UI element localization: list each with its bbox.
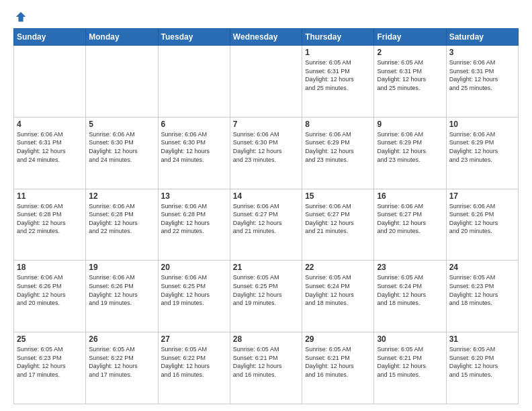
- day-info: Sunrise: 6:06 AM Sunset: 6:29 PM Dayligh…: [377, 130, 443, 164]
- day-info: Sunrise: 6:06 AM Sunset: 6:29 PM Dayligh…: [449, 130, 515, 164]
- day-info: Sunrise: 6:05 AM Sunset: 6:22 PM Dayligh…: [161, 345, 227, 379]
- day-info: Sunrise: 6:05 AM Sunset: 6:31 PM Dayligh…: [377, 58, 443, 92]
- logo: [13, 11, 27, 23]
- day-info: Sunrise: 6:06 AM Sunset: 6:29 PM Dayligh…: [305, 130, 371, 164]
- logo-icon: [15, 11, 27, 23]
- day-info: Sunrise: 6:06 AM Sunset: 6:26 PM Dayligh…: [449, 202, 515, 236]
- week-row-3: 11Sunrise: 6:06 AM Sunset: 6:28 PM Dayli…: [14, 189, 519, 261]
- day-number: 24: [449, 263, 515, 272]
- calendar-cell: 30Sunrise: 6:05 AM Sunset: 6:21 PM Dayli…: [374, 332, 446, 404]
- calendar-cell: 11Sunrise: 6:06 AM Sunset: 6:28 PM Dayli…: [14, 189, 86, 261]
- day-number: 10: [449, 120, 515, 129]
- calendar-cell: [158, 46, 230, 118]
- calendar-cell: 5Sunrise: 6:06 AM Sunset: 6:30 PM Daylig…: [86, 117, 158, 189]
- day-number: 23: [377, 263, 443, 272]
- day-info: Sunrise: 6:06 AM Sunset: 6:30 PM Dayligh…: [233, 130, 299, 164]
- calendar-cell: 24Sunrise: 6:05 AM Sunset: 6:23 PM Dayli…: [446, 261, 518, 332]
- day-number: 29: [305, 334, 371, 344]
- weekday-thursday: Thursday: [302, 29, 374, 46]
- week-row-1: 1Sunrise: 6:05 AM Sunset: 6:31 PM Daylig…: [14, 46, 519, 118]
- svg-marker-0: [16, 12, 26, 21]
- day-number: 4: [17, 120, 83, 129]
- day-info: Sunrise: 6:05 AM Sunset: 6:23 PM Dayligh…: [449, 273, 515, 307]
- page: SundayMondayTuesdayWednesdayThursdayFrid…: [0, 0, 532, 411]
- day-number: 9: [377, 120, 443, 129]
- calendar-cell: 3Sunrise: 6:06 AM Sunset: 6:31 PM Daylig…: [446, 46, 518, 118]
- day-info: Sunrise: 6:05 AM Sunset: 6:25 PM Dayligh…: [233, 273, 299, 307]
- day-info: Sunrise: 6:06 AM Sunset: 6:27 PM Dayligh…: [233, 202, 299, 236]
- calendar-cell: 27Sunrise: 6:05 AM Sunset: 6:22 PM Dayli…: [158, 332, 230, 404]
- calendar-cell: 14Sunrise: 6:06 AM Sunset: 6:27 PM Dayli…: [230, 189, 302, 261]
- calendar-cell: 29Sunrise: 6:05 AM Sunset: 6:21 PM Dayli…: [302, 332, 374, 404]
- day-info: Sunrise: 6:06 AM Sunset: 6:27 PM Dayligh…: [377, 202, 443, 236]
- weekday-header-row: SundayMondayTuesdayWednesdayThursdayFrid…: [14, 29, 519, 46]
- day-number: 3: [449, 48, 515, 57]
- calendar-cell: 1Sunrise: 6:05 AM Sunset: 6:31 PM Daylig…: [302, 46, 374, 118]
- day-number: 8: [305, 120, 371, 129]
- day-number: 11: [17, 191, 83, 201]
- weekday-sunday: Sunday: [14, 29, 86, 46]
- weekday-saturday: Saturday: [446, 29, 518, 46]
- day-info: Sunrise: 6:05 AM Sunset: 6:21 PM Dayligh…: [377, 345, 443, 379]
- calendar-cell: 2Sunrise: 6:05 AM Sunset: 6:31 PM Daylig…: [374, 46, 446, 118]
- calendar-cell: 21Sunrise: 6:05 AM Sunset: 6:25 PM Dayli…: [230, 261, 302, 332]
- day-info: Sunrise: 6:06 AM Sunset: 6:31 PM Dayligh…: [449, 58, 515, 92]
- calendar-cell: 31Sunrise: 6:05 AM Sunset: 6:20 PM Dayli…: [446, 332, 518, 404]
- day-info: Sunrise: 6:06 AM Sunset: 6:26 PM Dayligh…: [89, 273, 154, 307]
- day-info: Sunrise: 6:05 AM Sunset: 6:21 PM Dayligh…: [305, 345, 371, 379]
- day-number: 2: [377, 48, 443, 57]
- day-number: 30: [377, 334, 443, 344]
- day-number: 5: [89, 120, 154, 129]
- day-info: Sunrise: 6:05 AM Sunset: 6:24 PM Dayligh…: [305, 273, 371, 307]
- calendar-cell: 8Sunrise: 6:06 AM Sunset: 6:29 PM Daylig…: [302, 117, 374, 189]
- calendar-cell: 16Sunrise: 6:06 AM Sunset: 6:27 PM Dayli…: [374, 189, 446, 261]
- day-number: 14: [233, 191, 299, 201]
- calendar-cell: 9Sunrise: 6:06 AM Sunset: 6:29 PM Daylig…: [374, 117, 446, 189]
- day-number: 6: [161, 120, 227, 129]
- weekday-tuesday: Tuesday: [158, 29, 230, 46]
- calendar-cell: 28Sunrise: 6:05 AM Sunset: 6:21 PM Dayli…: [230, 332, 302, 404]
- calendar-cell: 15Sunrise: 6:06 AM Sunset: 6:27 PM Dayli…: [302, 189, 374, 261]
- calendar-cell: [86, 46, 158, 118]
- week-row-5: 25Sunrise: 6:05 AM Sunset: 6:23 PM Dayli…: [14, 332, 519, 404]
- calendar-cell: 17Sunrise: 6:06 AM Sunset: 6:26 PM Dayli…: [446, 189, 518, 261]
- calendar-cell: 26Sunrise: 6:05 AM Sunset: 6:22 PM Dayli…: [86, 332, 158, 404]
- calendar-cell: 10Sunrise: 6:06 AM Sunset: 6:29 PM Dayli…: [446, 117, 518, 189]
- day-number: 28: [233, 334, 299, 344]
- weekday-wednesday: Wednesday: [230, 29, 302, 46]
- day-info: Sunrise: 6:06 AM Sunset: 6:28 PM Dayligh…: [161, 202, 227, 236]
- calendar-cell: 13Sunrise: 6:06 AM Sunset: 6:28 PM Dayli…: [158, 189, 230, 261]
- calendar-cell: 22Sunrise: 6:05 AM Sunset: 6:24 PM Dayli…: [302, 261, 374, 332]
- week-row-4: 18Sunrise: 6:06 AM Sunset: 6:26 PM Dayli…: [14, 261, 519, 332]
- weekday-monday: Monday: [86, 29, 158, 46]
- calendar-cell: 6Sunrise: 6:06 AM Sunset: 6:30 PM Daylig…: [158, 117, 230, 189]
- day-info: Sunrise: 6:05 AM Sunset: 6:22 PM Dayligh…: [89, 345, 154, 379]
- day-info: Sunrise: 6:06 AM Sunset: 6:30 PM Dayligh…: [161, 130, 227, 164]
- calendar: SundayMondayTuesdayWednesdayThursdayFrid…: [13, 28, 519, 404]
- day-info: Sunrise: 6:06 AM Sunset: 6:26 PM Dayligh…: [17, 273, 83, 307]
- day-info: Sunrise: 6:06 AM Sunset: 6:25 PM Dayligh…: [161, 273, 227, 307]
- calendar-cell: 4Sunrise: 6:06 AM Sunset: 6:31 PM Daylig…: [14, 117, 86, 189]
- day-number: 25: [17, 334, 83, 344]
- day-number: 27: [161, 334, 227, 344]
- calendar-cell: 19Sunrise: 6:06 AM Sunset: 6:26 PM Dayli…: [86, 261, 158, 332]
- day-info: Sunrise: 6:06 AM Sunset: 6:31 PM Dayligh…: [17, 130, 83, 164]
- day-number: 21: [233, 263, 299, 272]
- day-number: 15: [305, 191, 371, 201]
- calendar-cell: 25Sunrise: 6:05 AM Sunset: 6:23 PM Dayli…: [14, 332, 86, 404]
- day-number: 17: [449, 191, 515, 201]
- calendar-cell: 18Sunrise: 6:06 AM Sunset: 6:26 PM Dayli…: [14, 261, 86, 332]
- day-info: Sunrise: 6:05 AM Sunset: 6:23 PM Dayligh…: [17, 345, 83, 379]
- day-info: Sunrise: 6:06 AM Sunset: 6:30 PM Dayligh…: [89, 130, 154, 164]
- day-info: Sunrise: 6:05 AM Sunset: 6:24 PM Dayligh…: [377, 273, 443, 307]
- logo-text: [13, 11, 27, 23]
- day-number: 7: [233, 120, 299, 129]
- day-number: 18: [17, 263, 83, 272]
- day-number: 22: [305, 263, 371, 272]
- day-number: 16: [377, 191, 443, 201]
- day-number: 1: [305, 48, 371, 57]
- day-number: 20: [161, 263, 227, 272]
- day-number: 19: [89, 263, 154, 272]
- day-info: Sunrise: 6:05 AM Sunset: 6:21 PM Dayligh…: [233, 345, 299, 379]
- day-info: Sunrise: 6:06 AM Sunset: 6:28 PM Dayligh…: [89, 202, 154, 236]
